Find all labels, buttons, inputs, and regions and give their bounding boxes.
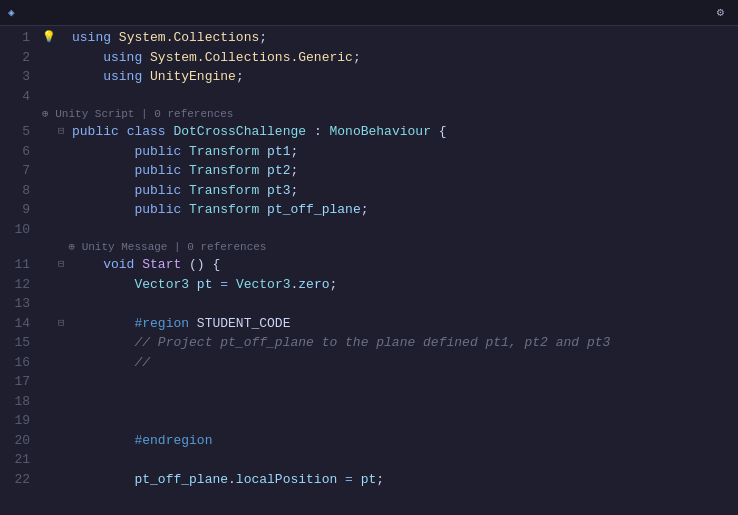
line-number: 3 (0, 67, 30, 87)
meta-comment: ⊕ Unity Script | 0 references (42, 106, 738, 122)
code-line (42, 411, 738, 431)
code-line: Vector3 pt = Vector3.zero; (42, 275, 738, 295)
line-numbers: 1234 5678910 111213141516171819202122232… (0, 26, 38, 487)
fold-icon[interactable]: ⊟ (58, 255, 72, 275)
bulb-icon[interactable]: 💡 (42, 28, 58, 48)
code-text: Vector3 pt = Vector3.zero; (72, 275, 337, 295)
title-bar-left: ◈ (8, 6, 21, 19)
code-line: 💡using System.Collections; (42, 28, 738, 48)
code-text: public Transform pt2; (72, 161, 298, 181)
code-line: pt_off_plane.localPosition = pt; (42, 470, 738, 488)
code-area: 1234 5678910 111213141516171819202122232… (0, 26, 738, 487)
line-number: 9 (0, 200, 30, 220)
code-line (42, 294, 738, 314)
line-number: 5 (0, 122, 30, 142)
code-text: using UnityEngine; (72, 67, 244, 87)
line-number: 21 (0, 450, 30, 470)
line-number: 18 (0, 392, 30, 412)
code-text: public Transform pt_off_plane; (72, 200, 369, 220)
line-number: 1 (0, 28, 30, 48)
code-text: #endregion (72, 431, 212, 451)
line-number: 11 (0, 255, 30, 275)
line-number: 14 (0, 314, 30, 334)
line-number: 4 (0, 87, 30, 107)
title-bar: ◈ ⚙ (0, 0, 738, 26)
code-line (42, 220, 738, 240)
code-text: public Transform pt3; (72, 181, 298, 201)
code-line: public Transform pt2; (42, 161, 738, 181)
line-number: 12 (0, 275, 30, 295)
line-number: 10 (0, 220, 30, 240)
line-number: 7 (0, 161, 30, 181)
line-number: 20 (0, 431, 30, 451)
line-number: 13 (0, 294, 30, 314)
title-bar-right: ⚙ (717, 5, 730, 20)
code-line: using UnityEngine; (42, 67, 738, 87)
code-line: ⊟ #region STUDENT_CODE (42, 314, 738, 334)
line-number: 8 (0, 181, 30, 201)
code-line: public Transform pt1; (42, 142, 738, 162)
line-number: 17 (0, 372, 30, 392)
code-text: #region STUDENT_CODE (72, 314, 290, 334)
code-line: public Transform pt_off_plane; (42, 200, 738, 220)
code-text: using System.Collections; (72, 28, 267, 48)
code-line: #endregion (42, 431, 738, 451)
code-text: pt_off_plane.localPosition = pt; (72, 470, 384, 488)
code-text: public Transform pt1; (72, 142, 298, 162)
code-line: // Project pt_off_plane to the plane def… (42, 333, 738, 353)
code-text: void Start () { (72, 255, 220, 275)
fold-icon[interactable]: ⊟ (58, 122, 72, 142)
line-number: 6 (0, 142, 30, 162)
line-number: 19 (0, 411, 30, 431)
code-line: // (42, 353, 738, 373)
code-text: // Project pt_off_plane to the plane def… (72, 333, 610, 353)
code-content[interactable]: 💡using System.Collections; using System.… (38, 26, 738, 487)
code-line: ⊟public class DotCrossChallenge : MonoBe… (42, 122, 738, 142)
tab-icon-right: ⚙ (717, 5, 724, 20)
code-line (42, 450, 738, 470)
line-number: 16 (0, 353, 30, 373)
code-line: public Transform pt3; (42, 181, 738, 201)
code-line (42, 87, 738, 107)
code-line (42, 372, 738, 392)
code-text: public class DotCrossChallenge : MonoBeh… (72, 122, 447, 142)
fold-icon[interactable]: ⊟ (58, 314, 72, 334)
code-line: ⊟ void Start () { (42, 255, 738, 275)
meta-comment: ⊕ Unity Message | 0 references (42, 239, 738, 255)
assembly-icon: ◈ (8, 6, 15, 19)
line-number: 2 (0, 48, 30, 68)
line-number: 22 (0, 470, 30, 488)
code-line (42, 392, 738, 412)
line-number: 15 (0, 333, 30, 353)
code-text: using System.Collections.Generic; (72, 48, 361, 68)
code-text: // (72, 353, 150, 373)
code-line: using System.Collections.Generic; (42, 48, 738, 68)
